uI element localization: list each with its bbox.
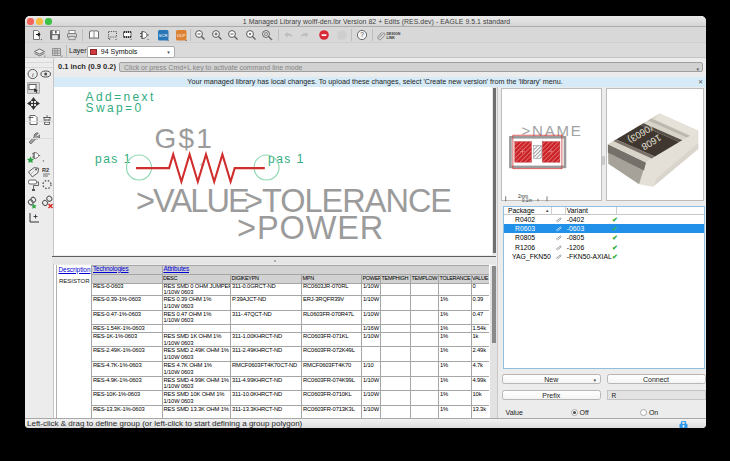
svg-text:R2: R2 (42, 167, 49, 173)
svg-text:0.1in: 0.1in (522, 197, 532, 201)
svg-text:SCR: SCR (158, 33, 167, 38)
svg-text:LINK: LINK (387, 36, 396, 40)
svg-text:?: ? (360, 31, 364, 38)
svg-text:i: i (32, 71, 34, 79)
svg-text:ULP: ULP (177, 33, 185, 38)
